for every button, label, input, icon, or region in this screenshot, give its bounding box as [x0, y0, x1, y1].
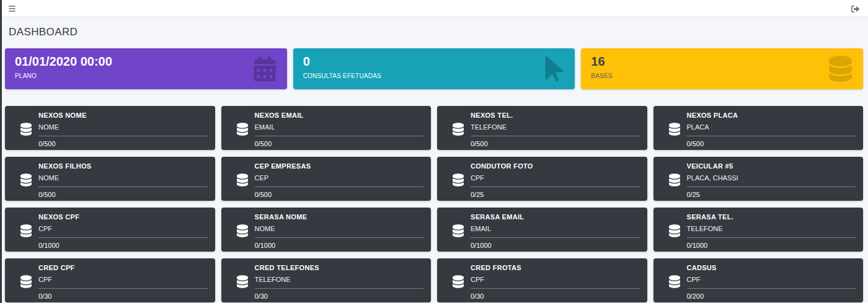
- base-card-count: 0/1000: [38, 242, 208, 249]
- base-card[interactable]: NEXOS TEL. TELEFONE 0/500: [437, 106, 647, 150]
- base-card-title: CONDUTOR FOTO: [471, 162, 640, 170]
- base-card-subtitle: TELEFONE: [687, 225, 856, 232]
- base-card-title: CEP EMPRESAS: [255, 162, 424, 170]
- base-card-title: CRED FROTAS: [471, 264, 640, 271]
- divider: [255, 136, 424, 136]
- base-card-subtitle: CPF: [687, 276, 856, 283]
- divider: [687, 237, 856, 238]
- hamburger-icon: [9, 11, 16, 12]
- database-icon: [669, 173, 680, 187]
- base-card-count: 0/30: [471, 292, 640, 300]
- base-card[interactable]: CRED TELEFONES TELEFONE 0/30: [221, 258, 432, 302]
- divider: [38, 136, 208, 136]
- base-card[interactable]: NEXOS EMAIL EMAIL 0/500: [221, 106, 432, 150]
- divider: [38, 288, 208, 289]
- base-card-count: 0/1000: [687, 242, 856, 249]
- stat-value: 01/01/2020 00:00: [15, 55, 277, 68]
- base-card-count: 0/500: [471, 140, 640, 147]
- base-card-subtitle: CPF: [471, 174, 640, 182]
- database-icon: [20, 173, 32, 187]
- calendar-icon: [254, 56, 276, 81]
- stat-label: BASES: [591, 72, 853, 79]
- database-icon: [237, 173, 248, 187]
- base-card-count: 0/500: [255, 191, 424, 198]
- base-card-count: 0/1000: [255, 242, 424, 249]
- menu-toggle-button[interactable]: [9, 6, 16, 12]
- database-icon: [669, 275, 680, 288]
- stat-card-consultas[interactable]: 0 CONSULTAS EFETUADAS: [293, 48, 575, 89]
- logout-button[interactable]: [851, 4, 859, 12]
- base-card-title: CRED CPF: [38, 264, 208, 271]
- base-card-title: NEXOS PLACA: [687, 112, 856, 119]
- base-card-count: 0/30: [38, 292, 208, 300]
- divider: [255, 187, 424, 187]
- base-card-count: 0/25: [471, 191, 640, 198]
- base-card[interactable]: NEXOS CPF CPF 0/1000: [5, 208, 215, 252]
- stat-label: CONSULTAS EFETUADAS: [303, 72, 565, 79]
- base-card-title: NEXOS CPF: [38, 213, 208, 221]
- base-card-subtitle: CPF: [471, 276, 640, 283]
- base-card-count: 0/500: [687, 140, 856, 147]
- base-card-subtitle: NOME: [255, 225, 424, 232]
- main-content: DASHBOARD 01/01/2020 00:00 PLANO 0 CONSU…: [0, 26, 868, 302]
- base-card-count: 0/200: [687, 292, 856, 300]
- stat-card-bases[interactable]: 16 BASES: [581, 48, 863, 89]
- stat-card-plano[interactable]: 01/01/2020 00:00 PLANO: [5, 48, 287, 89]
- base-card-count: 0/30: [255, 292, 424, 300]
- hamburger-icon: [9, 6, 16, 7]
- base-card-count: 0/1000: [471, 242, 640, 249]
- database-icon: [669, 224, 680, 237]
- hamburger-icon: [9, 8, 16, 9]
- base-card[interactable]: CEP EMPRESAS CEP 0/500: [221, 157, 432, 201]
- base-card[interactable]: SERASA NOME NOME 0/1000: [221, 208, 432, 252]
- base-card-subtitle: EMAIL: [471, 225, 640, 232]
- collapsed-sidebar: [0, 0, 2, 303]
- database-icon: [237, 275, 248, 288]
- database-icon: [453, 275, 464, 288]
- divider: [471, 288, 640, 289]
- database-icon: [237, 224, 248, 237]
- base-card-count: 0/25: [687, 191, 856, 198]
- base-card-title: SERASA NOME: [255, 213, 424, 221]
- cursor-icon: [545, 55, 564, 83]
- divider: [687, 288, 856, 289]
- base-card[interactable]: SERASA TEL. TELEFONE 0/1000: [653, 208, 864, 252]
- base-card[interactable]: CONDUTOR FOTO CPF 0/25: [437, 157, 647, 201]
- database-icon: [829, 56, 852, 82]
- base-card[interactable]: NEXOS NOME NOME 0/500: [5, 106, 215, 150]
- stat-label: PLANO: [15, 72, 277, 79]
- base-card[interactable]: NEXOS PLACA PLACA 0/500: [653, 106, 864, 150]
- base-card-count: 0/500: [38, 140, 208, 147]
- base-card-title: NEXOS EMAIL: [255, 112, 424, 119]
- base-card-title: VEICULAR #5: [687, 162, 856, 170]
- base-card-subtitle: PLACA, CHASSI: [687, 174, 856, 182]
- base-card-subtitle: EMAIL: [255, 123, 424, 131]
- sign-out-icon: [851, 4, 859, 12]
- base-card[interactable]: VEICULAR #5 PLACA, CHASSI 0/25: [653, 157, 864, 201]
- base-card-subtitle: NOME: [38, 123, 208, 131]
- base-card[interactable]: CRED CPF CPF 0/30: [5, 258, 215, 302]
- database-icon: [20, 123, 32, 136]
- database-icon: [669, 123, 680, 136]
- divider: [471, 187, 640, 187]
- base-card-title: NEXOS NOME: [38, 112, 208, 119]
- base-card[interactable]: CRED FROTAS CPF 0/30: [437, 258, 647, 302]
- base-card-subtitle: CEP: [255, 174, 424, 182]
- base-card[interactable]: CADSUS CPF 0/200: [653, 258, 864, 302]
- divider: [471, 136, 640, 136]
- database-icon: [453, 173, 464, 187]
- base-card[interactable]: NEXOS FILHOS NOME 0/500: [5, 157, 215, 201]
- database-icon: [453, 123, 464, 136]
- divider: [471, 237, 640, 238]
- database-icon: [237, 123, 248, 136]
- stat-value: 0: [303, 55, 565, 68]
- divider: [687, 187, 856, 187]
- base-card[interactable]: SERASA EMAIL EMAIL 0/1000: [437, 208, 647, 252]
- database-icon: [20, 224, 32, 237]
- base-card-title: SERASA EMAIL: [471, 213, 640, 221]
- divider: [38, 237, 208, 238]
- stats-row: 01/01/2020 00:00 PLANO 0 CONSULTAS EFETU…: [5, 48, 863, 89]
- database-icon: [453, 224, 464, 237]
- bases-grid: NEXOS NOME NOME 0/500 NEXOS EMAIL EMAIL …: [5, 106, 863, 302]
- base-card-title: CRED TELEFONES: [255, 264, 424, 271]
